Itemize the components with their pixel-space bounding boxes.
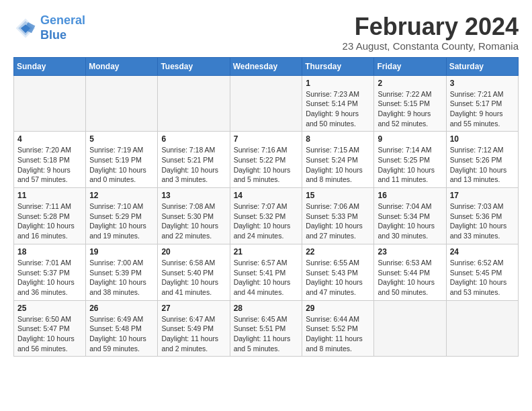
calendar-cell: 2Sunrise: 7:22 AM Sunset: 5:15 PM Daylig… bbox=[374, 75, 446, 132]
calendar-cell bbox=[14, 75, 86, 132]
sub-title: 23 August, Constanta County, Romania bbox=[343, 40, 519, 52]
calendar-cell: 18Sunrise: 7:01 AM Sunset: 5:37 PM Dayli… bbox=[14, 244, 86, 300]
calendar-cell: 1Sunrise: 7:23 AM Sunset: 5:14 PM Daylig… bbox=[302, 75, 374, 132]
calendar-cell: 20Sunrise: 6:58 AM Sunset: 5:40 PM Dayli… bbox=[158, 244, 230, 300]
day-number: 16 bbox=[378, 191, 442, 200]
logo-text: General Blue bbox=[40, 13, 85, 42]
day-number: 28 bbox=[234, 304, 299, 313]
calendar-cell: 17Sunrise: 7:03 AM Sunset: 5:36 PM Dayli… bbox=[446, 188, 518, 244]
day-detail: Sunrise: 7:04 AM Sunset: 5:34 PM Dayligh… bbox=[378, 201, 442, 241]
day-detail: Sunrise: 7:12 AM Sunset: 5:26 PM Dayligh… bbox=[450, 145, 515, 185]
logo-line2: Blue bbox=[40, 28, 66, 42]
day-number: 17 bbox=[450, 191, 515, 200]
calendar-week-2: 4Sunrise: 7:20 AM Sunset: 5:18 PM Daylig… bbox=[14, 132, 519, 188]
calendar-header-sunday: Sunday bbox=[14, 57, 86, 75]
day-detail: Sunrise: 6:44 AM Sunset: 5:52 PM Dayligh… bbox=[306, 314, 370, 354]
day-number: 4 bbox=[17, 134, 82, 144]
calendar-cell: 6Sunrise: 7:18 AM Sunset: 5:21 PM Daylig… bbox=[158, 132, 230, 188]
calendar-cell: 16Sunrise: 7:04 AM Sunset: 5:34 PM Dayli… bbox=[374, 188, 446, 244]
day-detail: Sunrise: 6:45 AM Sunset: 5:51 PM Dayligh… bbox=[234, 314, 299, 354]
calendar-cell: 14Sunrise: 7:07 AM Sunset: 5:32 PM Dayli… bbox=[230, 188, 302, 244]
calendar-cell: 12Sunrise: 7:10 AM Sunset: 5:29 PM Dayli… bbox=[86, 188, 158, 244]
calendar-cell bbox=[374, 300, 446, 357]
day-number: 12 bbox=[89, 191, 154, 200]
day-detail: Sunrise: 7:11 AM Sunset: 5:28 PM Dayligh… bbox=[17, 201, 82, 241]
day-number: 5 bbox=[89, 134, 154, 144]
title-area: February 2024 23 August, Constanta Count… bbox=[343, 13, 519, 52]
day-number: 1 bbox=[306, 79, 370, 88]
day-number: 19 bbox=[89, 247, 154, 257]
calendar-cell: 21Sunrise: 6:57 AM Sunset: 5:41 PM Dayli… bbox=[230, 244, 302, 300]
day-number: 21 bbox=[234, 247, 299, 257]
day-detail: Sunrise: 6:57 AM Sunset: 5:41 PM Dayligh… bbox=[234, 258, 299, 298]
calendar-cell: 9Sunrise: 7:14 AM Sunset: 5:25 PM Daylig… bbox=[374, 132, 446, 188]
day-detail: Sunrise: 7:18 AM Sunset: 5:21 PM Dayligh… bbox=[161, 145, 226, 185]
calendar-header-wednesday: Wednesday bbox=[230, 57, 302, 75]
calendar-week-5: 25Sunrise: 6:50 AM Sunset: 5:47 PM Dayli… bbox=[14, 300, 519, 357]
calendar-header-friday: Friday bbox=[374, 57, 446, 75]
day-number: 18 bbox=[17, 247, 82, 257]
day-detail: Sunrise: 7:16 AM Sunset: 5:22 PM Dayligh… bbox=[234, 145, 299, 185]
main-title: February 2024 bbox=[343, 13, 519, 40]
logo-line1: General bbox=[40, 13, 85, 27]
calendar-week-1: 1Sunrise: 7:23 AM Sunset: 5:14 PM Daylig… bbox=[14, 75, 519, 132]
calendar-cell bbox=[230, 75, 302, 132]
day-number: 2 bbox=[378, 79, 442, 88]
calendar-week-4: 18Sunrise: 7:01 AM Sunset: 5:37 PM Dayli… bbox=[14, 244, 519, 300]
day-detail: Sunrise: 7:23 AM Sunset: 5:14 PM Dayligh… bbox=[306, 89, 370, 129]
calendar-cell: 10Sunrise: 7:12 AM Sunset: 5:26 PM Dayli… bbox=[446, 132, 518, 188]
day-number: 24 bbox=[450, 247, 515, 257]
calendar-cell: 8Sunrise: 7:15 AM Sunset: 5:24 PM Daylig… bbox=[302, 132, 374, 188]
day-detail: Sunrise: 7:06 AM Sunset: 5:33 PM Dayligh… bbox=[306, 201, 370, 241]
calendar-cell bbox=[158, 75, 230, 132]
calendar-cell: 5Sunrise: 7:19 AM Sunset: 5:19 PM Daylig… bbox=[86, 132, 158, 188]
calendar-cell: 23Sunrise: 6:53 AM Sunset: 5:44 PM Dayli… bbox=[374, 244, 446, 300]
day-detail: Sunrise: 7:22 AM Sunset: 5:15 PM Dayligh… bbox=[378, 89, 442, 129]
day-detail: Sunrise: 6:47 AM Sunset: 5:49 PM Dayligh… bbox=[161, 314, 226, 354]
day-number: 9 bbox=[378, 134, 442, 144]
calendar-header-monday: Monday bbox=[86, 57, 158, 75]
day-detail: Sunrise: 7:21 AM Sunset: 5:17 PM Dayligh… bbox=[450, 89, 515, 129]
day-detail: Sunrise: 7:08 AM Sunset: 5:30 PM Dayligh… bbox=[161, 201, 226, 241]
calendar-cell: 15Sunrise: 7:06 AM Sunset: 5:33 PM Dayli… bbox=[302, 188, 374, 244]
calendar-cell: 19Sunrise: 7:00 AM Sunset: 5:39 PM Dayli… bbox=[86, 244, 158, 300]
day-detail: Sunrise: 7:01 AM Sunset: 5:37 PM Dayligh… bbox=[17, 258, 82, 298]
day-detail: Sunrise: 7:00 AM Sunset: 5:39 PM Dayligh… bbox=[89, 258, 154, 298]
day-number: 25 bbox=[17, 304, 82, 313]
calendar-cell: 22Sunrise: 6:55 AM Sunset: 5:43 PM Dayli… bbox=[302, 244, 374, 300]
day-number: 14 bbox=[234, 191, 299, 200]
calendar-cell: 11Sunrise: 7:11 AM Sunset: 5:28 PM Dayli… bbox=[14, 188, 86, 244]
day-number: 23 bbox=[378, 247, 442, 257]
calendar-cell: 25Sunrise: 6:50 AM Sunset: 5:47 PM Dayli… bbox=[14, 300, 86, 357]
day-number: 8 bbox=[306, 134, 370, 144]
day-number: 22 bbox=[306, 247, 370, 257]
day-detail: Sunrise: 7:03 AM Sunset: 5:36 PM Dayligh… bbox=[450, 201, 515, 241]
calendar-cell: 24Sunrise: 6:52 AM Sunset: 5:45 PM Dayli… bbox=[446, 244, 518, 300]
calendar-cell: 27Sunrise: 6:47 AM Sunset: 5:49 PM Dayli… bbox=[158, 300, 230, 357]
calendar-header-tuesday: Tuesday bbox=[158, 57, 230, 75]
calendar-cell bbox=[446, 300, 518, 357]
day-detail: Sunrise: 7:10 AM Sunset: 5:29 PM Dayligh… bbox=[89, 201, 154, 241]
day-detail: Sunrise: 6:58 AM Sunset: 5:40 PM Dayligh… bbox=[161, 258, 226, 298]
day-detail: Sunrise: 7:19 AM Sunset: 5:19 PM Dayligh… bbox=[89, 145, 154, 185]
calendar-cell: 26Sunrise: 6:49 AM Sunset: 5:48 PM Dayli… bbox=[86, 300, 158, 357]
day-detail: Sunrise: 7:07 AM Sunset: 5:32 PM Dayligh… bbox=[234, 201, 299, 241]
day-number: 27 bbox=[161, 304, 226, 313]
day-number: 29 bbox=[306, 304, 370, 313]
logo: General Blue bbox=[13, 13, 85, 42]
calendar-header-saturday: Saturday bbox=[446, 57, 518, 75]
calendar-header-thursday: Thursday bbox=[302, 57, 374, 75]
day-number: 13 bbox=[161, 191, 226, 200]
calendar-cell: 3Sunrise: 7:21 AM Sunset: 5:17 PM Daylig… bbox=[446, 75, 518, 132]
day-detail: Sunrise: 7:15 AM Sunset: 5:24 PM Dayligh… bbox=[306, 145, 370, 185]
day-detail: Sunrise: 7:14 AM Sunset: 5:25 PM Dayligh… bbox=[378, 145, 442, 185]
day-detail: Sunrise: 7:20 AM Sunset: 5:18 PM Dayligh… bbox=[17, 145, 82, 185]
day-number: 7 bbox=[234, 134, 299, 144]
calendar-cell: 29Sunrise: 6:44 AM Sunset: 5:52 PM Dayli… bbox=[302, 300, 374, 357]
day-detail: Sunrise: 6:53 AM Sunset: 5:44 PM Dayligh… bbox=[378, 258, 442, 298]
day-detail: Sunrise: 6:49 AM Sunset: 5:48 PM Dayligh… bbox=[89, 314, 154, 354]
calendar-cell: 4Sunrise: 7:20 AM Sunset: 5:18 PM Daylig… bbox=[14, 132, 86, 188]
calendar-cell: 28Sunrise: 6:45 AM Sunset: 5:51 PM Dayli… bbox=[230, 300, 302, 357]
header: General Blue February 2024 23 August, Co… bbox=[13, 13, 519, 52]
day-number: 15 bbox=[306, 191, 370, 200]
